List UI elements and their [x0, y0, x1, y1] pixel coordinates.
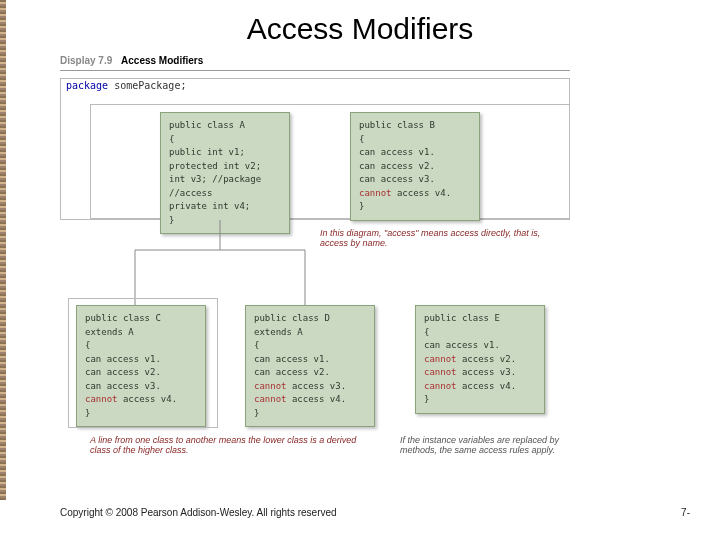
class-e-box: public class E { can access v1. cannot a… — [415, 305, 545, 414]
code-line: private int v4; — [169, 200, 281, 214]
code-line: } — [254, 407, 366, 421]
package-name: somePackage; — [114, 80, 186, 91]
code-line: cannot access v4. — [359, 187, 471, 201]
divider-line — [60, 70, 570, 71]
code-line: cannot access v3. — [254, 380, 366, 394]
code-line: cannot access v4. — [254, 393, 366, 407]
class-c-package-box — [68, 298, 218, 428]
package-declaration: package somePackage; — [66, 80, 186, 91]
code-line: extends A — [254, 326, 366, 340]
page-number: 7- — [681, 507, 690, 518]
code-line: public class E — [424, 312, 536, 326]
caption-diagram-meaning: In this diagram, "access" means access d… — [320, 228, 550, 248]
copyright-text: Copyright © 2008 Pearson Addison-Wesley.… — [60, 507, 337, 518]
code-line: can access v1. — [254, 353, 366, 367]
code-line: { — [169, 133, 281, 147]
code-line: can access v1. — [359, 146, 471, 160]
code-line: cannot access v3. — [424, 366, 536, 380]
left-decoration-stripe — [0, 0, 6, 500]
code-line: //access — [169, 187, 281, 201]
code-line: cannot access v4. — [424, 380, 536, 394]
slide-title: Access Modifiers — [0, 12, 720, 46]
display-number: Display 7.9 — [60, 55, 112, 66]
code-line: can access v2. — [359, 160, 471, 174]
code-line: { — [359, 133, 471, 147]
code-line: can access v1. — [424, 339, 536, 353]
code-line: public int v1; — [169, 146, 281, 160]
class-d-box: public class D extends A { can access v1… — [245, 305, 375, 427]
code-line: public class A — [169, 119, 281, 133]
code-line: } — [169, 214, 281, 228]
caption-methods-note: If the instance variables are replaced b… — [400, 435, 580, 455]
package-keyword: package — [66, 80, 108, 91]
code-line: public class B — [359, 119, 471, 133]
code-line: can access v3. — [359, 173, 471, 187]
code-line: { — [424, 326, 536, 340]
class-a-box: public class A { public int v1; protecte… — [160, 112, 290, 234]
code-line: } — [359, 200, 471, 214]
display-name: Access Modifiers — [121, 55, 203, 66]
code-line: int v3; //package — [169, 173, 281, 187]
code-line: { — [254, 339, 366, 353]
code-line: can access v2. — [254, 366, 366, 380]
code-line: public class D — [254, 312, 366, 326]
display-heading: Display 7.9 Access Modifiers — [60, 55, 203, 66]
class-b-box: public class B { can access v1. can acce… — [350, 112, 480, 221]
code-line: cannot access v2. — [424, 353, 536, 367]
code-line: protected int v2; — [169, 160, 281, 174]
code-line: } — [424, 393, 536, 407]
caption-inheritance-line: A line from one class to another means t… — [90, 435, 370, 455]
